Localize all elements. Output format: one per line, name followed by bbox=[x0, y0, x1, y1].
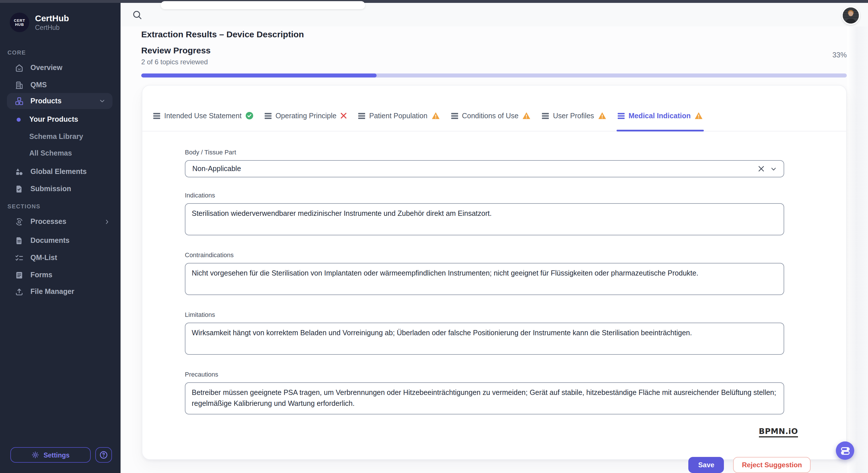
sidebar-item-label: Your Products bbox=[29, 115, 78, 123]
sidebar-item-label: Processes bbox=[30, 218, 66, 226]
progress-fill bbox=[141, 73, 377, 77]
app-subtitle: CertHub bbox=[35, 24, 69, 31]
sidebar-item-processes[interactable]: Processes bbox=[0, 215, 121, 228]
search-icon bbox=[132, 10, 143, 20]
main-area: Extraction Results – Device Description … bbox=[121, 3, 868, 473]
tab-conditions-of-use[interactable]: Conditions of Use bbox=[451, 100, 530, 131]
sidebar-item-overview[interactable]: Overview bbox=[0, 61, 121, 75]
page-title: Extraction Results – Device Description bbox=[141, 29, 304, 39]
precautions-field-group: Precautions Betreiber müssen geeignete P… bbox=[185, 371, 784, 414]
sidebar-item-label: QMS bbox=[30, 81, 47, 89]
tab-label: Medical Indication bbox=[629, 112, 691, 120]
limitations-label: Limitations bbox=[185, 311, 784, 318]
watermark-row: BPMN.iO bbox=[143, 426, 846, 437]
cubes-icon bbox=[15, 97, 24, 105]
active-dot-icon bbox=[17, 117, 21, 121]
sidebar-item-qms[interactable]: QMS bbox=[0, 78, 121, 92]
precautions-label: Precautions bbox=[185, 371, 784, 378]
sidebar-item-forms[interactable]: Forms bbox=[0, 268, 121, 282]
tab-user-profiles[interactable]: User Profiles bbox=[542, 100, 606, 131]
certhub-logo-icon: CERTHUB bbox=[10, 12, 29, 32]
sliders-icon bbox=[840, 445, 850, 456]
tab-medical-indication[interactable]: Medical Indication bbox=[618, 100, 703, 131]
tab-patient-population[interactable]: Patient Population bbox=[358, 100, 439, 131]
list-icon bbox=[451, 112, 458, 119]
indications-textarea[interactable]: Sterilisation wiederverwendbarer medizin… bbox=[185, 203, 784, 235]
body-tissue-value: Non-Applicable bbox=[192, 165, 758, 173]
sidebar-item-products[interactable]: Products bbox=[7, 93, 113, 109]
review-progress-subtitle: 2 of 6 topics reviewed bbox=[141, 58, 208, 66]
app-title: CertHub bbox=[35, 13, 69, 23]
tab-label: User Profiles bbox=[553, 112, 594, 120]
contraindications-label: Contraindications bbox=[185, 251, 784, 258]
upload-icon bbox=[15, 287, 24, 296]
top-floating-sheet bbox=[161, 1, 365, 9]
list-icon bbox=[265, 112, 272, 119]
tab-operating-principle[interactable]: Operating Principle bbox=[265, 100, 347, 131]
app-root: CERTHUB CertHub CertHub CORE Overview QM… bbox=[0, 0, 868, 473]
status-warning-icon bbox=[431, 112, 439, 119]
sidebar-item-submission[interactable]: Submission bbox=[0, 182, 121, 196]
list-icon bbox=[358, 112, 365, 119]
settings-label: Settings bbox=[43, 451, 70, 459]
status-error-icon bbox=[340, 113, 347, 119]
extraction-card: Intended Use Statement Operating Princip… bbox=[142, 85, 847, 460]
sidebar-item-label: Forms bbox=[30, 271, 52, 279]
indications-label: Indications bbox=[185, 192, 784, 199]
user-avatar[interactable] bbox=[842, 6, 860, 25]
precautions-textarea[interactable]: Betreiber müssen geeignete PSA tragen, u… bbox=[185, 382, 784, 414]
status-warning-icon bbox=[523, 112, 531, 119]
document-icon bbox=[15, 236, 24, 245]
save-button[interactable]: Save bbox=[689, 457, 724, 473]
body-tissue-field-group: Body / Tissue Part Non-Applicable bbox=[185, 149, 784, 177]
bpmn-io-logo[interactable]: BPMN.iO bbox=[759, 427, 798, 437]
sidebar-item-label: QM-List bbox=[30, 254, 57, 262]
chevron-right-icon bbox=[104, 218, 110, 225]
limitations-textarea[interactable]: Wirksamkeit hängt von korrektem Beladen … bbox=[185, 323, 784, 355]
sidebar-item-label: Documents bbox=[30, 236, 69, 245]
sidebar-item-qm-list[interactable]: QM-List bbox=[0, 251, 121, 264]
process-cycle-icon bbox=[15, 217, 24, 226]
checklist-icon bbox=[15, 253, 24, 262]
building-icon bbox=[15, 81, 24, 89]
reject-suggestion-button[interactable]: Reject Suggestion bbox=[733, 457, 811, 473]
sidebar-item-label: Products bbox=[30, 97, 61, 105]
sections-section-label: SECTIONS bbox=[7, 203, 40, 210]
tab-label: Conditions of Use bbox=[462, 112, 518, 120]
sidebar-item-all-schemas[interactable]: All Schemas bbox=[0, 147, 121, 160]
chevron-down-icon bbox=[99, 98, 105, 104]
document-check-icon bbox=[15, 185, 24, 193]
sidebar-item-schema-library[interactable]: Schema Library bbox=[0, 130, 121, 143]
tab-label: Intended Use Statement bbox=[164, 112, 242, 120]
sidebar-item-file-manager[interactable]: File Manager bbox=[0, 285, 121, 298]
sidebar-item-label: Overview bbox=[30, 64, 62, 72]
indications-field-group: Indications Sterilisation wiederverwendb… bbox=[185, 192, 784, 235]
form-icon bbox=[15, 271, 24, 279]
sidebar-item-label: Global Elements bbox=[30, 168, 87, 176]
sidebar-footer: Settings bbox=[0, 447, 131, 463]
settings-button[interactable]: Settings bbox=[10, 447, 91, 463]
brand: CERTHUB CertHub CertHub bbox=[10, 12, 69, 32]
chevron-down-icon[interactable] bbox=[770, 166, 777, 172]
top-strip bbox=[0, 0, 868, 3]
search-button[interactable] bbox=[132, 10, 143, 20]
avatar-photo bbox=[843, 7, 859, 24]
gear-icon bbox=[32, 451, 39, 459]
tab-intended-use-statement[interactable]: Intended Use Statement bbox=[153, 100, 253, 131]
sidebar-item-documents[interactable]: Documents bbox=[0, 233, 121, 247]
tab-label: Patient Population bbox=[369, 112, 427, 120]
topic-tabs: Intended Use Statement Operating Princip… bbox=[143, 86, 846, 131]
preferences-fab-button[interactable] bbox=[836, 441, 854, 460]
core-section-label: CORE bbox=[7, 50, 26, 56]
help-button[interactable] bbox=[95, 447, 112, 463]
body-tissue-select[interactable]: Non-Applicable bbox=[185, 160, 784, 177]
medical-indication-form: Body / Tissue Part Non-Applicable Indica… bbox=[143, 131, 846, 414]
contraindications-textarea[interactable]: Nicht vorgesehen für die Sterilisation v… bbox=[185, 263, 784, 295]
sidebar-item-global-elements[interactable]: Global Elements bbox=[0, 165, 121, 179]
scroll-gutter bbox=[847, 26, 868, 473]
sidebar-item-your-products[interactable]: Your Products bbox=[0, 113, 121, 126]
status-ok-icon bbox=[246, 112, 253, 119]
sidebar: CERTHUB CertHub CertHub CORE Overview QM… bbox=[0, 3, 121, 473]
home-icon bbox=[15, 63, 24, 72]
clear-selection-icon[interactable] bbox=[758, 166, 764, 171]
